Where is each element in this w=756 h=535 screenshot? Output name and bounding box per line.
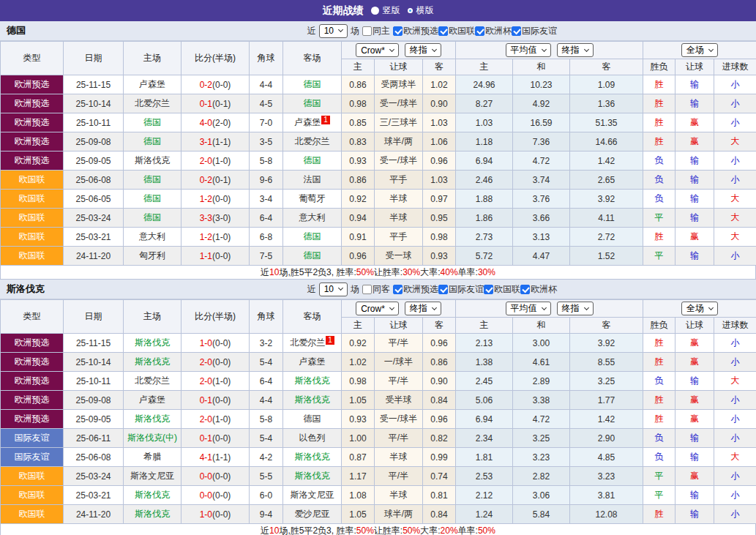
checkbox-icon[interactable]	[438, 285, 448, 294]
away-team-cell[interactable]: 德国	[283, 247, 342, 266]
same-venue-filter[interactable]: 同客	[362, 283, 390, 296]
away-team-cell[interactable]: 斯洛伐克	[283, 467, 342, 486]
home-team-cell[interactable]: 意大利	[124, 228, 181, 247]
odds-source-select[interactable]: Crow*	[356, 43, 399, 57]
home-team-cell[interactable]: 德国	[124, 190, 181, 209]
away-team-name[interactable]: 卢森堡	[299, 356, 326, 367]
competition-filter[interactable]: 国际友谊	[438, 283, 484, 296]
match-count-select[interactable]: 10	[319, 24, 348, 38]
away-team-cell[interactable]: 卢森堡	[283, 353, 342, 372]
competition-filter[interactable]: 欧国联	[484, 283, 520, 296]
checkbox-icon[interactable]	[520, 285, 530, 294]
away-team-name[interactable]: 意大利	[299, 212, 326, 222]
away-team-cell[interactable]: 斯洛伐克	[283, 448, 342, 467]
home-team-cell[interactable]: 希腊	[124, 448, 181, 467]
away-team-cell[interactable]: 德国	[283, 151, 342, 171]
away-team-cell[interactable]: 斯洛伐克	[283, 391, 342, 410]
avg-source-select[interactable]: 平均值	[506, 302, 551, 315]
home-team-name[interactable]: 德国	[143, 193, 161, 203]
away-team-name[interactable]: 斯洛伐克	[295, 375, 330, 386]
away-team-cell[interactable]: 葡萄牙	[283, 190, 342, 209]
home-team-cell[interactable]: 斯洛伐克	[124, 334, 181, 353]
avg-time-select[interactable]: 终指	[557, 302, 594, 315]
away-team-cell[interactable]: 德国	[283, 94, 342, 113]
odds-time-select[interactable]: 终指	[405, 43, 441, 57]
home-team-cell[interactable]: 斯洛文尼亚	[124, 467, 181, 486]
competition-filter[interactable]: 欧洲杯	[475, 25, 512, 37]
checkbox-icon[interactable]	[393, 26, 403, 36]
away-team-name[interactable]: 葡萄牙	[299, 193, 326, 203]
home-team-name[interactable]: 意大利	[139, 231, 165, 242]
home-team-cell[interactable]: 斯洛伐克	[124, 410, 181, 429]
away-team-cell[interactable]: 以色列	[283, 429, 342, 448]
home-team-cell[interactable]: 德国	[124, 209, 181, 228]
away-team-cell[interactable]: 爱沙尼亚	[283, 505, 342, 524]
scope-select[interactable]: 全场	[681, 302, 718, 315]
away-team-cell[interactable]: 卢森堡1	[283, 113, 342, 132]
home-team-cell[interactable]: 卢森堡	[124, 391, 181, 410]
away-team-cell[interactable]: 德国	[283, 410, 342, 429]
home-team-cell[interactable]: 匈牙利	[124, 247, 181, 266]
home-team-name[interactable]: 斯洛伐克	[135, 155, 170, 165]
away-team-name[interactable]: 德国	[304, 79, 321, 89]
odds-source-select[interactable]: Crow*	[356, 302, 399, 315]
odds-time-select[interactable]: 终指	[405, 302, 441, 315]
away-team-cell[interactable]: 斯洛文尼亚	[283, 486, 342, 505]
competition-filter[interactable]: 国际友谊	[512, 25, 557, 37]
away-team-name[interactable]: 德国	[304, 250, 321, 261]
away-team-name[interactable]: 德国	[304, 155, 321, 165]
home-team-name[interactable]: 希腊	[143, 452, 161, 462]
home-team-name[interactable]: 北爱尔兰	[135, 98, 170, 108]
away-team-name[interactable]: 爱沙尼亚	[295, 509, 330, 519]
home-team-name[interactable]: 斯洛伐克	[135, 356, 170, 367]
avg-time-select[interactable]: 终指	[557, 43, 594, 57]
away-team-cell[interactable]: 北爱尔兰1	[283, 334, 342, 353]
home-team-cell[interactable]: 德国	[124, 132, 181, 151]
away-team-cell[interactable]: 意大利	[283, 209, 342, 228]
home-team-name[interactable]: 斯洛伐克	[135, 414, 170, 424]
checkbox-icon[interactable]	[512, 26, 521, 36]
home-team-name[interactable]: 斯洛伐克	[135, 337, 170, 348]
home-team-cell[interactable]: 北爱尔兰	[124, 372, 181, 391]
scope-select[interactable]: 全场	[681, 43, 718, 57]
away-team-cell[interactable]: 法国	[283, 171, 342, 190]
home-team-name[interactable]: 斯洛文尼亚	[130, 471, 174, 481]
away-team-name[interactable]: 卢森堡	[294, 117, 321, 127]
away-team-name[interactable]: 斯洛伐克	[295, 452, 330, 462]
match-count-select[interactable]: 10	[319, 283, 348, 296]
away-team-name[interactable]: 北爱尔兰	[290, 337, 325, 348]
radio-icon-vertical[interactable]	[371, 7, 379, 15]
home-team-name[interactable]: 斯洛伐克	[135, 509, 170, 519]
home-team-cell[interactable]: 斯洛伐克	[124, 505, 181, 524]
home-team-cell[interactable]: 斯洛伐克	[124, 486, 181, 505]
home-team-name[interactable]: 德国	[143, 117, 161, 127]
layout-radio-vertical[interactable]: 竖版	[371, 4, 400, 17]
home-team-cell[interactable]: 德国	[124, 113, 181, 132]
away-team-name[interactable]: 北爱尔兰	[295, 136, 330, 146]
home-team-name[interactable]: 斯洛伐克	[135, 490, 170, 500]
away-team-name[interactable]: 以色列	[299, 433, 326, 443]
home-team-name[interactable]: 斯洛伐克(中)	[127, 433, 177, 443]
checkbox-icon[interactable]	[362, 26, 372, 36]
home-team-cell[interactable]: 北爱尔兰	[124, 94, 181, 113]
avg-source-select[interactable]: 平均值	[506, 43, 551, 57]
home-team-cell[interactable]: 斯洛伐克	[124, 353, 181, 372]
home-team-name[interactable]: 德国	[143, 136, 161, 146]
home-team-name[interactable]: 德国	[143, 174, 161, 184]
layout-radio-horizontal[interactable]: 横版	[408, 4, 434, 17]
away-team-name[interactable]: 法国	[304, 174, 321, 184]
competition-filter[interactable]: 欧洲杯	[520, 283, 557, 296]
away-team-cell[interactable]: 斯洛伐克	[283, 372, 342, 391]
home-team-name[interactable]: 卢森堡	[139, 79, 165, 89]
away-team-cell[interactable]: 北爱尔兰	[283, 132, 342, 151]
away-team-cell[interactable]: 德国	[283, 228, 342, 247]
home-team-cell[interactable]: 卢森堡	[124, 75, 181, 94]
home-team-name[interactable]: 德国	[143, 212, 161, 222]
radio-icon-horizontal[interactable]	[408, 8, 413, 13]
competition-filter[interactable]: 欧国联	[438, 25, 475, 37]
home-team-name[interactable]: 卢森堡	[139, 394, 165, 405]
same-venue-filter[interactable]: 同主	[362, 25, 390, 37]
checkbox-icon[interactable]	[475, 26, 484, 36]
checkbox-icon[interactable]	[362, 285, 372, 294]
away-team-name[interactable]: 斯洛伐克	[295, 471, 330, 481]
